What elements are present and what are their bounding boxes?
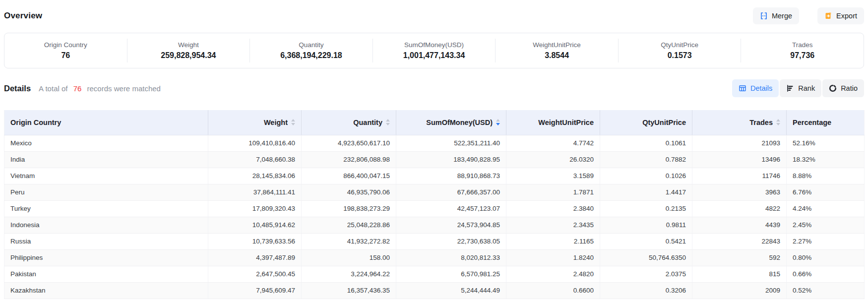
cell-percentage: 2.45% bbox=[787, 217, 865, 233]
table-row: Philippines4,397,487.89158.008,020,812.3… bbox=[4, 249, 865, 266]
cell-quantity: 41,932,272.82 bbox=[302, 233, 396, 249]
stat-origin-country: Origin Country76 bbox=[4, 39, 127, 62]
stat-trades: Trades97,736 bbox=[741, 39, 864, 62]
column-header-percentage: Percentage bbox=[787, 110, 865, 135]
column-header-qtyunitprice: QtyUnitPrice bbox=[600, 110, 692, 135]
cell-quantity: 3,224,964.22 bbox=[302, 266, 396, 282]
stat-label: QtyUnitPrice bbox=[661, 42, 698, 49]
cell-weightunitprice: 4.7742 bbox=[506, 135, 600, 151]
stat-label: Trades bbox=[792, 42, 813, 49]
sort-asc-icon bbox=[496, 119, 500, 121]
cell-trades: 21093 bbox=[692, 135, 787, 151]
column-label: WeightUnitPrice bbox=[538, 119, 594, 126]
cell-percentage: 4.24% bbox=[787, 200, 865, 217]
tab-details[interactable]: Details bbox=[732, 79, 779, 97]
column-header-weightunitprice: WeightUnitPrice bbox=[506, 110, 600, 135]
details-bar: Details A total of 76 records were match… bbox=[4, 79, 864, 97]
cell-weight: 10,739,633.56 bbox=[208, 233, 302, 249]
column-label: SumOfMoney(USD) bbox=[426, 119, 493, 126]
export-button[interactable]: Export bbox=[817, 7, 864, 24]
sort-icon[interactable] bbox=[386, 119, 390, 125]
cell-weightunitprice: 2.1165 bbox=[506, 233, 600, 249]
column-header-trades[interactable]: Trades bbox=[692, 110, 787, 135]
cell-sumofmoney-usd: 8,020,812.33 bbox=[396, 249, 506, 266]
cell-origin-country: Vietnam bbox=[4, 168, 208, 184]
tab-ratio[interactable]: Ratio bbox=[822, 79, 864, 97]
cell-qtyunitprice: 0.3206 bbox=[600, 282, 692, 299]
column-label: Origin Country bbox=[10, 119, 61, 126]
cell-quantity: 25,048,228.86 bbox=[302, 217, 396, 233]
cell-weightunitprice: 2.3840 bbox=[506, 200, 600, 217]
cell-quantity: 866,400,047.15 bbox=[302, 168, 396, 184]
column-header-sumofmoney-usd[interactable]: SumOfMoney(USD) bbox=[396, 110, 506, 135]
cell-weightunitprice: 3.1589 bbox=[506, 168, 600, 184]
cell-sumofmoney-usd: 6,570,981.25 bbox=[396, 266, 506, 282]
table-row: Mexico109,410,816.404,923,650,617.10522,… bbox=[4, 135, 865, 151]
topbar: Overview MergeExport bbox=[4, 6, 864, 26]
column-label: QtyUnitPrice bbox=[642, 119, 686, 126]
details-heading: Details A total of 76 records were match… bbox=[4, 84, 161, 93]
sort-icon[interactable] bbox=[291, 119, 295, 125]
stat-sumofmoney-usd: SumOfMoney(USD)1,001,477,143.34 bbox=[372, 39, 496, 62]
sort-desc-icon bbox=[291, 123, 295, 125]
merge-button[interactable]: Merge bbox=[753, 7, 799, 24]
cell-origin-country: India bbox=[4, 151, 208, 168]
overview-title: Overview bbox=[4, 11, 42, 21]
cell-origin-country: Mexico bbox=[4, 135, 208, 151]
cell-trades: 4439 bbox=[692, 217, 787, 233]
records-summary: A total of 76 records were matched bbox=[39, 84, 161, 93]
column-header-quantity[interactable]: Quantity bbox=[302, 110, 396, 135]
ratio-icon bbox=[829, 84, 837, 92]
stat-weight: Weight259,828,954.34 bbox=[127, 39, 250, 62]
cell-weight: 2,647,500.45 bbox=[208, 266, 302, 282]
cell-qtyunitprice: 0.9811 bbox=[600, 217, 692, 233]
cell-weight: 7,945,609.47 bbox=[208, 282, 302, 299]
cell-weightunitprice: 0.6600 bbox=[506, 282, 600, 299]
sort-icon[interactable] bbox=[776, 119, 780, 125]
cell-weight: 109,410,816.40 bbox=[208, 135, 302, 151]
stat-qtyunitprice: QtyUnitPrice0.1573 bbox=[618, 39, 741, 62]
column-label: Quantity bbox=[353, 119, 382, 126]
cell-weightunitprice: 2.3435 bbox=[506, 217, 600, 233]
cell-quantity: 16,357,436.35 bbox=[302, 282, 396, 299]
stat-value: 1,001,477,143.34 bbox=[403, 52, 465, 60]
rank-icon bbox=[786, 84, 794, 92]
table-icon bbox=[739, 84, 746, 92]
sort-asc-icon bbox=[386, 119, 390, 121]
cell-percentage: 8.88% bbox=[787, 168, 865, 184]
stat-label: Origin Country bbox=[44, 42, 87, 49]
details-table: Origin CountryWeightQuantitySumOfMoney(U… bbox=[4, 110, 865, 299]
cell-weight: 10,485,914.62 bbox=[208, 217, 302, 233]
cell-sumofmoney-usd: 22,730,638.05 bbox=[396, 233, 506, 249]
sort-desc-icon bbox=[496, 123, 500, 125]
table-row: Russia10,739,633.5641,932,272.8222,730,6… bbox=[4, 233, 865, 249]
table-row: Indonesia10,485,914.6225,048,228.8624,57… bbox=[4, 217, 865, 233]
stat-label: WeightUnitPrice bbox=[533, 42, 581, 49]
cell-quantity: 158.00 bbox=[302, 249, 396, 266]
stat-value: 0.1573 bbox=[668, 52, 692, 60]
cell-qtyunitprice: 0.1061 bbox=[600, 135, 692, 151]
cell-weight: 4,397,487.89 bbox=[208, 249, 302, 266]
sort-desc-icon bbox=[776, 123, 780, 125]
cell-weight: 17,809,320.43 bbox=[208, 200, 302, 217]
cell-percentage: 0.80% bbox=[787, 249, 865, 266]
merge-icon bbox=[760, 12, 768, 20]
cell-sumofmoney-usd: 42,457,123.07 bbox=[396, 200, 506, 217]
tab-label: Ratio bbox=[841, 84, 858, 92]
stat-label: SumOfMoney(USD) bbox=[404, 42, 464, 49]
button-label: Export bbox=[836, 12, 857, 20]
stat-weightunitprice: WeightUnitPrice3.8544 bbox=[495, 39, 618, 62]
sort-icon[interactable] bbox=[496, 119, 500, 125]
cell-sumofmoney-usd: 67,666,357.00 bbox=[396, 184, 506, 200]
cell-trades: 2009 bbox=[692, 282, 787, 299]
tab-label: Rank bbox=[798, 84, 815, 92]
stat-value: 97,736 bbox=[790, 52, 814, 60]
tab-rank[interactable]: Rank bbox=[780, 79, 821, 97]
cell-percentage: 6.76% bbox=[787, 184, 865, 200]
cell-qtyunitprice: 0.5421 bbox=[600, 233, 692, 249]
cell-origin-country: Indonesia bbox=[4, 217, 208, 233]
cell-percentage: 52.16% bbox=[787, 135, 865, 151]
column-header-weight[interactable]: Weight bbox=[208, 110, 302, 135]
table-row: India7,048,660.38232,806,088.98183,490,8… bbox=[4, 151, 865, 168]
overview-card: Origin Country76Weight259,828,954.34Quan… bbox=[4, 33, 864, 68]
